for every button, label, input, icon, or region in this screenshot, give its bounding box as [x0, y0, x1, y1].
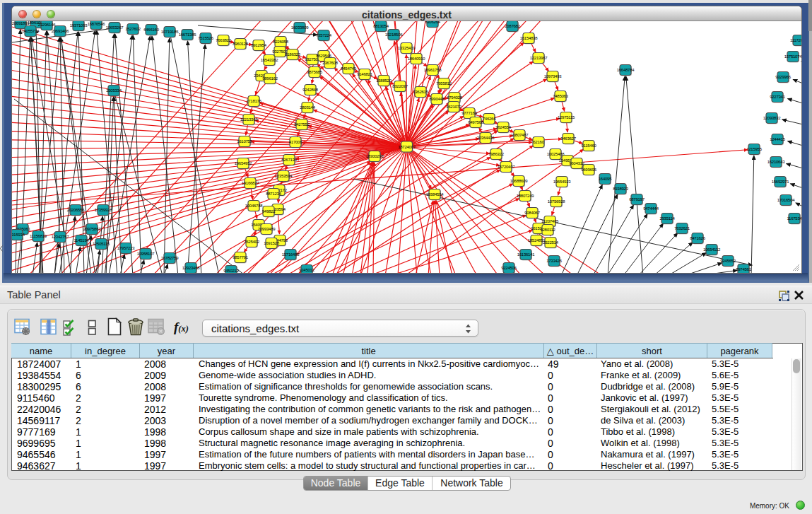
svg-text:1610755: 1610755	[237, 139, 253, 144]
svg-text:8960128: 8960128	[233, 42, 249, 46]
svg-text:10756928: 10756928	[548, 199, 566, 204]
svg-text:20691406: 20691406	[52, 29, 70, 33]
svg-text:8471626: 8471626	[690, 236, 706, 240]
svg-text:9224506: 9224506	[501, 266, 517, 270]
svg-text:12975115: 12975115	[558, 115, 575, 119]
svg-text:9777169: 9777169	[461, 111, 478, 115]
svg-text:10046788: 10046788	[245, 204, 264, 208]
svg-text:8990448: 8990448	[429, 97, 445, 101]
svg-text:2087682: 2087682	[505, 24, 521, 28]
svg-text:19654952: 19654952	[235, 161, 253, 165]
svg-text:8938923: 8938923	[613, 187, 629, 191]
svg-text:9227341: 9227341	[770, 95, 786, 99]
svg-text:8912954: 8912954	[251, 43, 267, 47]
svg-text:62160: 62160	[533, 140, 544, 144]
svg-text:9146821: 9146821	[357, 72, 373, 76]
svg-text:11207465: 11207465	[541, 219, 559, 223]
svg-text:8813054: 8813054	[373, 24, 389, 28]
svg-text:23296146: 23296146	[38, 23, 57, 27]
svg-text:10958107: 10958107	[137, 252, 155, 256]
svg-text:10807487: 10807487	[511, 133, 529, 137]
svg-text:1167534: 1167534	[787, 216, 801, 221]
svg-text:7632621: 7632621	[674, 226, 690, 230]
svg-text:10719185: 10719185	[161, 30, 180, 34]
svg-text:1691528: 1691528	[264, 241, 280, 245]
svg-text:15720407: 15720407	[498, 165, 516, 169]
svg-text:9245652: 9245652	[720, 259, 736, 263]
svg-text:746266: 746266	[483, 117, 496, 121]
svg-text:7625402: 7625402	[244, 240, 260, 244]
svg-text:17016504: 17016504	[777, 198, 796, 202]
svg-text:3624554: 3624554	[495, 125, 512, 129]
svg-text:12093832: 12093832	[763, 116, 782, 120]
svg-text:14055714: 14055714	[22, 29, 40, 33]
svg-text:9450212: 9450212	[223, 269, 240, 273]
svg-text:1362615: 1362615	[413, 90, 429, 94]
svg-text:9896162: 9896162	[262, 76, 278, 81]
svg-text:8322037: 8322037	[392, 84, 408, 88]
svg-text:19371093: 19371093	[70, 23, 88, 28]
svg-text:7357224: 7357224	[316, 33, 332, 37]
svg-text:7485063: 7485063	[553, 94, 569, 98]
svg-text:3915934: 3915934	[12, 233, 25, 237]
svg-text:9857791: 9857791	[233, 255, 249, 259]
svg-text:15751074: 15751074	[784, 54, 801, 59]
svg-text:17359928: 17359928	[95, 208, 113, 212]
svg-text:6497568: 6497568	[468, 120, 484, 124]
svg-text:17957223: 17957223	[117, 246, 136, 250]
svg-text:18640910: 18640910	[408, 57, 426, 61]
svg-text:2505334: 2505334	[106, 88, 122, 93]
svg-text:1244415: 1244415	[770, 137, 786, 141]
svg-text:16154838: 16154838	[520, 36, 539, 40]
svg-text:1621072: 1621072	[446, 105, 462, 109]
svg-text:949822: 949822	[262, 209, 276, 214]
svg-text:8306264: 8306264	[425, 21, 441, 24]
svg-text:18724007: 18724007	[398, 145, 416, 149]
svg-text:8226058: 8226058	[273, 40, 289, 44]
svg-text:11172634: 11172634	[790, 38, 801, 42]
svg-text:7663822: 7663822	[216, 38, 232, 42]
svg-text:15716485: 15716485	[282, 252, 300, 257]
svg-text:8871234: 8871234	[266, 192, 282, 196]
svg-text:16671385: 16671385	[179, 33, 197, 37]
svg-text:7515526: 7515526	[198, 36, 214, 40]
svg-text:9329966: 9329966	[775, 75, 792, 79]
svg-text:1145194: 1145194	[73, 238, 89, 243]
svg-text:11156819: 11156819	[30, 234, 47, 238]
svg-text:6879197: 6879197	[629, 197, 645, 201]
svg-text:2522514: 2522514	[543, 240, 559, 245]
svg-text:10688609: 10688609	[510, 179, 529, 183]
svg-text:1588520: 1588520	[376, 78, 392, 83]
svg-text:3875685: 3875685	[307, 70, 323, 74]
svg-text:16876546: 16876546	[88, 22, 106, 26]
svg-text:10654112: 10654112	[703, 247, 721, 252]
svg-text:9115460: 9115460	[581, 144, 596, 148]
svg-text:10653267: 10653267	[106, 25, 124, 30]
svg-text:2367608: 2367608	[322, 61, 339, 65]
svg-text:9280112: 9280112	[540, 228, 555, 232]
svg-text:10973493: 10973493	[544, 74, 563, 78]
svg-text:9084067: 9084067	[524, 211, 541, 215]
svg-text:16210643: 16210643	[767, 160, 786, 164]
svg-text:20975867: 20975867	[83, 227, 102, 231]
svg-text:18807249: 18807249	[517, 194, 535, 198]
svg-text:15692971: 15692971	[772, 180, 790, 184]
svg-text:12353594: 12353594	[275, 174, 293, 178]
svg-text:2935114: 2935114	[659, 216, 675, 221]
svg-text:8454749: 8454749	[341, 66, 357, 71]
svg-text:9699695: 9699695	[581, 168, 597, 172]
svg-text:1215955: 1215955	[746, 147, 763, 151]
svg-text:12505115: 12505115	[93, 242, 110, 246]
svg-text:8974561: 8974561	[736, 267, 752, 271]
svg-text:9242848: 9242848	[302, 88, 319, 92]
svg-text:20206556: 20206556	[67, 208, 86, 212]
svg-text:2803144: 2803144	[300, 105, 316, 110]
svg-text:8427552: 8427552	[294, 122, 310, 127]
svg-text:19166827: 19166827	[242, 181, 260, 185]
svg-text:417006: 417006	[289, 140, 302, 144]
svg-text:8186323: 8186323	[285, 52, 301, 57]
svg-text:19384554: 19384554	[426, 192, 445, 197]
svg-text:1527602: 1527602	[125, 27, 141, 31]
svg-text:2718176: 2718176	[246, 99, 262, 103]
svg-text:12213369: 12213369	[240, 117, 259, 122]
